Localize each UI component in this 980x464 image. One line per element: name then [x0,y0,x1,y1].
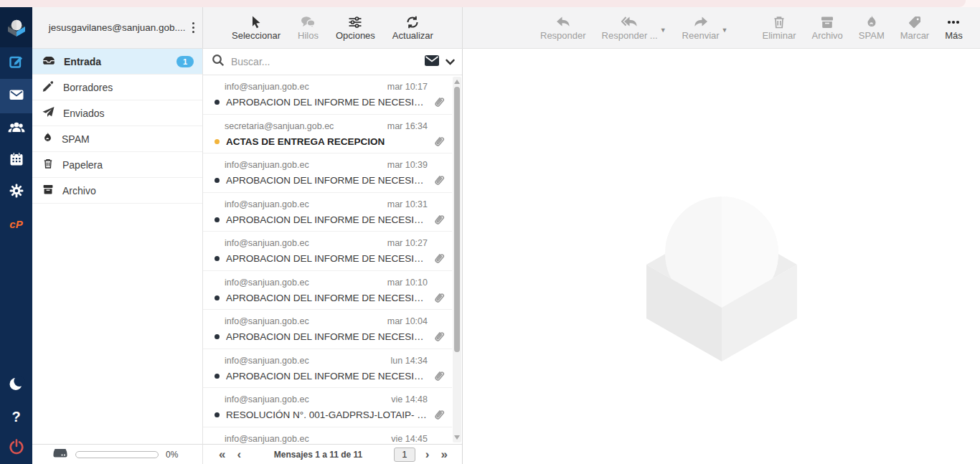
message-sender: info@sanjuan.gob.ec [225,356,309,366]
threads-button[interactable]: Hilos [298,15,319,40]
browser-top-strip [0,0,980,7]
message-sender: info@sanjuan.gob.ec [225,434,309,444]
first-page-button[interactable]: « [213,448,231,460]
help-button[interactable]: ? [0,401,32,432]
select-button[interactable]: Seleccionar [232,15,281,40]
reply-button[interactable]: Responder [540,15,586,40]
message-list-item[interactable]: info@sanjuan.gob.ec mar 10:04 APROBACION… [203,310,452,349]
attachment-icon [433,409,445,421]
message-status-dot[interactable] [215,256,220,261]
message-list-item[interactable]: info@sanjuan.gob.ec mar 10:27 APROBACION… [203,232,452,271]
scrollbar-thumb[interactable] [454,87,460,352]
options-button[interactable]: Opciones [336,15,375,40]
message-list-item[interactable]: info@sanjuan.gob.ec mar 10:17 APROBACION… [203,75,452,115]
attachment-icon [433,292,445,304]
message-status-dot[interactable] [215,139,220,144]
message-date: vie 14:48 [391,394,428,404]
message-toolbar: Responder Responder ... ▼ Reenviar [463,7,980,48]
list-scrollbar[interactable] [453,77,461,442]
reply-all-dropdown-caret[interactable]: ▼ [660,27,666,34]
account-header: jesusgavilanes@sanjuan.gob.... [32,7,203,48]
folder-label: Entrada [64,56,168,67]
message-date: mar 10:39 [387,160,428,170]
folder-item-trash[interactable]: Papelera [32,152,202,178]
mark-button[interactable]: Marcar [900,15,929,40]
last-page-button[interactable]: » [435,448,453,460]
message-subject: APROBACION DEL INFORME DE NECESIDA... [226,97,428,108]
calendar-icon [8,151,25,171]
message-subject: APROBACION DEL INFORME DE NECESIDA... [226,214,428,225]
search-icon [212,54,225,70]
scroll-up-arrow-icon[interactable] [454,80,460,84]
quota-percent: 0% [166,450,178,460]
message-status-dot[interactable] [215,334,220,339]
contacts-icon [7,119,26,139]
spam-button[interactable]: SPAM [859,15,885,40]
rail-item-settings[interactable] [0,176,32,208]
message-sender: info@sanjuan.gob.ec [225,238,309,248]
message-list-item[interactable]: info@sanjuan.gob.ec vie 14:45 [203,427,452,445]
message-list-item[interactable]: info@sanjuan.gob.ec vie 14:48 RESOLUCIÓN… [203,388,452,427]
rail-item-mail[interactable] [0,79,32,113]
message-status-dot[interactable] [215,100,220,105]
storage-disk-icon [52,448,68,462]
folder-label: Enviados [63,108,194,119]
message-status-dot[interactable] [215,374,220,379]
inbox-icon [42,55,55,68]
forward-button[interactable]: Reenviar [682,15,720,40]
roundcube-watermark [646,196,798,362]
pagination-bar: « ‹ Mensajes 1 a 11 de 11 1 › » [203,444,462,464]
forward-icon [693,15,709,29]
rail-item-contacts[interactable] [0,113,32,145]
flame-icon [42,132,53,146]
threads-icon [300,15,316,29]
folder-item-inbox[interactable]: Entrada 1 [32,49,202,75]
next-page-button[interactable]: › [420,448,435,460]
more-button[interactable]: Más [945,15,963,40]
archive-button[interactable]: Archivo [812,15,843,40]
folder-item-spam[interactable]: SPAM [32,126,202,152]
forward-dropdown-caret[interactable]: ▼ [722,27,728,34]
message-date: mar 10:27 [387,238,428,248]
prev-page-button[interactable]: ‹ [231,448,247,460]
rail-item-cpanel[interactable]: cP [0,208,32,240]
compose-button[interactable] [0,47,32,79]
delete-button[interactable]: Eliminar [763,15,796,40]
attachment-icon [433,136,445,148]
search-scope-button[interactable] [424,55,455,70]
message-date: mar 16:34 [387,121,428,131]
message-subject: APROBACION DEL INFORME DE NECESIDA... [226,371,428,382]
message-subject: APROBACION DEL INFORME DE NECESIDA... [226,253,428,264]
message-list-item[interactable]: info@sanjuan.gob.ec mar 10:31 APROBACION… [203,193,452,232]
attachment-icon [433,370,445,382]
page-number-input[interactable]: 1 [394,448,415,462]
message-sender: secretaria@sanjuan.gob.ec [225,121,334,131]
folder-item-archive[interactable]: Archivo [32,178,202,204]
dark-mode-toggle[interactable] [0,369,32,401]
rail-item-calendar[interactable] [0,145,32,176]
scroll-down-arrow-icon[interactable] [454,435,460,440]
message-status-dot[interactable] [215,178,220,183]
message-list-item[interactable]: secretaria@sanjuan.gob.ec mar 16:34 ACTA… [203,115,452,154]
logout-button[interactable] [0,432,32,464]
attachment-icon [433,331,445,343]
message-subject: RESOLUCIÓN N°. 001-GADPRSJ-LOTAIP- 20... [226,409,428,420]
app-rail: cP ? [0,7,32,464]
message-list-item[interactable]: info@sanjuan.gob.ec lun 14:34 APROBACION… [203,349,452,389]
message-subject: APROBACION DEL INFORME DE NECESIDA... [226,331,428,342]
folder-pane: Entrada 1 Borradores Enviados [32,49,203,464]
message-status-dot[interactable] [215,217,220,222]
message-status-dot[interactable] [215,295,220,300]
reply-all-icon [621,15,639,29]
refresh-button[interactable]: Actualizar [392,15,433,40]
folder-label: Archivo [62,185,194,197]
message-list-item[interactable]: info@sanjuan.gob.ec mar 10:10 APROBACION… [203,271,452,311]
search-input[interactable] [231,56,418,67]
folder-item-sent[interactable]: Enviados [32,100,202,126]
message-status-dot[interactable] [215,412,220,417]
reply-all-button[interactable]: Responder ... [602,15,658,40]
message-list-item[interactable]: info@sanjuan.gob.ec mar 10:39 APROBACION… [203,153,452,193]
account-menu-kebab-icon[interactable] [189,19,199,37]
moon-icon [8,375,25,395]
folder-item-drafts[interactable]: Borradores [32,75,202,100]
